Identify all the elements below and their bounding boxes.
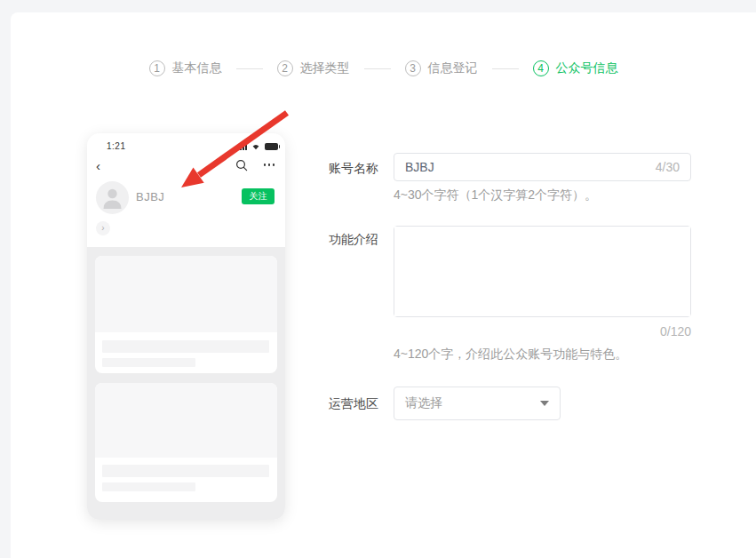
account-name-counter: 4/30 xyxy=(656,160,690,174)
back-icon: ‹ xyxy=(96,157,100,175)
dropdown-caret-icon xyxy=(540,401,549,406)
phone-preview: 1:21 ‹ xyxy=(87,133,285,520)
step-account-info-active: 4 公众号信息 xyxy=(533,60,618,76)
more-icon xyxy=(264,163,275,166)
step-number: 1 xyxy=(149,60,165,76)
region-select[interactable]: 请选择 xyxy=(394,387,561,420)
step-select-type: 2 选择类型 xyxy=(277,60,350,76)
region-placeholder: 请选择 xyxy=(405,395,442,411)
follow-button: 关注 xyxy=(242,188,275,204)
step-info-registration: 3 信息登记 xyxy=(405,60,478,76)
status-time: 1:21 xyxy=(107,141,125,151)
step-label: 信息登记 xyxy=(428,60,478,76)
region-label: 运营地区 xyxy=(329,396,387,412)
step-number: 3 xyxy=(405,60,421,76)
avatar xyxy=(96,181,129,214)
feed-card-placeholder xyxy=(95,383,277,502)
intro-hint: 4~120个字，介绍此公众账号功能与特色。 xyxy=(394,347,627,363)
person-icon xyxy=(96,181,129,214)
step-label: 选择类型 xyxy=(300,60,350,76)
feed-card-placeholder xyxy=(95,256,277,373)
step-basic-info: 1 基本信息 xyxy=(149,60,222,76)
account-preview-name: BJBJ xyxy=(136,190,164,203)
phone-feed-area xyxy=(87,247,285,520)
step-label: 公众号信息 xyxy=(556,60,618,76)
search-icon xyxy=(235,159,248,171)
account-name-label: 账号名称 xyxy=(329,161,387,177)
chevron-right-icon: › xyxy=(96,221,110,235)
card-image-placeholder xyxy=(95,256,277,332)
card-subtitle-placeholder xyxy=(102,358,195,367)
battery-icon xyxy=(265,143,278,150)
step-number: 4 xyxy=(533,60,549,76)
account-name-hint: 4~30个字符（1个汉字算2个字符）。 xyxy=(394,187,597,203)
card-subtitle-placeholder xyxy=(102,482,195,491)
intro-textarea[interactable] xyxy=(394,227,690,316)
card-title-placeholder xyxy=(102,465,269,477)
wizard-stepper: 1 基本信息 2 选择类型 3 信息登记 4 公众号信息 xyxy=(11,60,756,76)
account-name-field: 4/30 xyxy=(394,153,691,181)
wifi-icon xyxy=(251,142,261,150)
status-icons xyxy=(237,142,278,150)
step-number: 2 xyxy=(277,60,293,76)
phone-status-bar: 1:21 xyxy=(107,140,278,151)
step-separator xyxy=(492,68,519,69)
intro-label: 功能介绍 xyxy=(329,232,387,248)
phone-nav-bar: ‹ xyxy=(87,156,285,176)
phone-profile-row: BJBJ 关注 xyxy=(96,181,280,215)
card-title-placeholder xyxy=(102,340,269,353)
account-name-input[interactable] xyxy=(394,160,656,174)
step-separator xyxy=(364,68,391,69)
step-separator xyxy=(236,68,263,69)
intro-field xyxy=(394,226,691,317)
step-label: 基本信息 xyxy=(172,60,222,76)
intro-counter: 0/120 xyxy=(394,324,691,339)
card-image-placeholder xyxy=(95,383,277,458)
registration-page: 1 基本信息 2 选择类型 3 信息登记 4 公众号信息 1:21 xyxy=(0,0,756,558)
signal-icon xyxy=(237,142,247,150)
